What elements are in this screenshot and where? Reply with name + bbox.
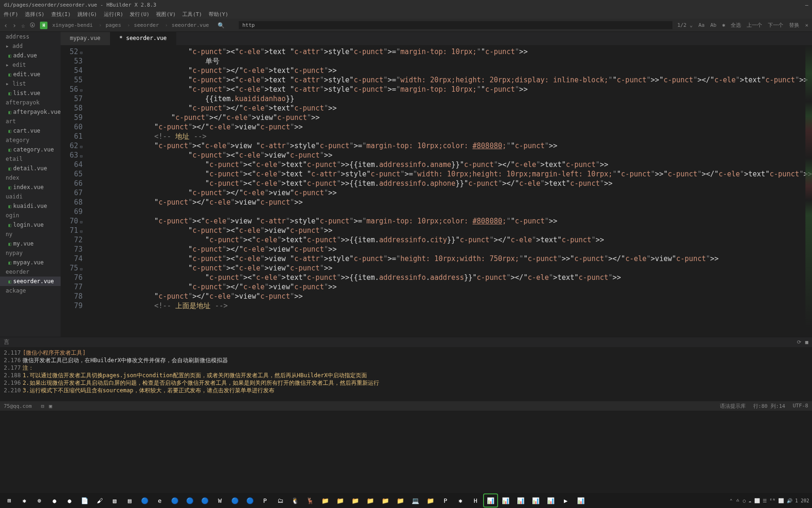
menu-file[interactable]: 件(F)	[4, 11, 18, 18]
tray-icon-9[interactable]: 1	[795, 498, 798, 503]
taskbar-app-30[interactable]: ✱	[454, 494, 467, 507]
tray-icon-7[interactable]: ⬜	[778, 498, 784, 503]
taskbar-app-31[interactable]: H	[469, 494, 482, 507]
select-all-button[interactable]: 全选	[731, 22, 741, 29]
taskbar-app-1[interactable]: ✱	[18, 494, 31, 507]
tray-icon-5[interactable]: ☰	[763, 498, 767, 503]
minimap[interactable]	[805, 45, 812, 327]
menu-run[interactable]: 运行(R)	[104, 11, 124, 18]
status-syntax[interactable]: 语法提示库	[720, 403, 746, 410]
tree-item-add-vue[interactable]: add.vue	[0, 51, 61, 60]
word-toggle[interactable]: Ab	[710, 22, 717, 28]
menu-select[interactable]: 选择(S)	[25, 11, 45, 18]
code-line[interactable]: "c-punct"></"c-ele">view"c-punct">>	[86, 292, 812, 301]
tree-item-ackage[interactable]: ackage	[0, 286, 61, 295]
tree-item-seeorder-vue[interactable]: seeorder.vue	[0, 277, 61, 286]
minimize-button[interactable]: —	[805, 2, 808, 8]
tray-icon-1[interactable]: ㅿ	[735, 497, 740, 504]
tree-item-detail-vue[interactable]: detail.vue	[0, 164, 61, 173]
code-body[interactable]: "c-punct"><"c-ele">text "c-attr">style"c…	[86, 45, 812, 337]
code-line[interactable]	[86, 207, 812, 216]
tree-item-my-vue[interactable]: my.vue	[0, 239, 61, 248]
code-line[interactable]: "c-punct"><"c-ele">text "c-attr">style"c…	[86, 169, 812, 179]
taskbar-app-34[interactable]: 📊	[514, 494, 527, 507]
taskbar-app-14[interactable]: W	[213, 494, 226, 507]
taskbar-app-26[interactable]: 📁	[394, 494, 407, 507]
tray-icon-4[interactable]: ⬜	[754, 498, 760, 503]
code-line[interactable]: "c-punct"><"c-ele">view "c-attr">style"c…	[86, 216, 812, 226]
code-line[interactable]: 单号	[86, 56, 812, 66]
taskbar-app-5[interactable]: 📄	[78, 494, 91, 507]
taskbar-app-13[interactable]: 🔵	[198, 494, 211, 507]
console-panel[interactable]: 2.117[微信小程序开发者工具]2.176微信开发者工具已启动，在HBuild…	[0, 347, 812, 401]
code-line[interactable]: "c-punct"></"c-ele">view"c-punct">>	[86, 198, 812, 207]
nav-forward-icon[interactable]: ›	[12, 22, 16, 29]
menu-view[interactable]: 视图(V)	[156, 11, 176, 18]
taskbar-app-12[interactable]: 🔵	[183, 494, 196, 507]
inter-left-icon[interactable]: 言	[4, 338, 9, 346]
tree-item-cart-vue[interactable]: cart.vue	[0, 126, 61, 135]
tray-icon-10[interactable]: 202	[801, 498, 809, 503]
taskbar-app-15[interactable]: 🔵	[228, 494, 242, 507]
page-indicator[interactable]: 1/2 ⌄	[677, 22, 693, 28]
taskbar-app-9[interactable]: 🔵	[138, 494, 151, 507]
tree-item--list[interactable]: ▸ list	[0, 79, 61, 88]
code-line[interactable]: "c-punct"><"c-ele">view "c-attr">style"c…	[86, 141, 812, 151]
tree-item--add[interactable]: ▸ add	[0, 41, 61, 51]
search-input[interactable]	[239, 21, 672, 29]
tree-item-list-vue[interactable]: list.vue	[0, 88, 61, 98]
replace-button[interactable]: 替换	[789, 22, 799, 29]
taskbar-app-27[interactable]: 💻	[409, 494, 422, 507]
tree-item-mypay-vue[interactable]: mypay.vue	[0, 258, 61, 267]
tree-item-afterpayok[interactable]: afterpayok	[0, 98, 61, 107]
taskbar-app-18[interactable]: 🗂	[273, 494, 287, 507]
crumb-folder[interactable]: seeorder	[134, 22, 168, 28]
prev-match-button[interactable]: 上一个	[747, 22, 762, 29]
tray-icon-0[interactable]: ⌃	[730, 498, 733, 503]
code-line[interactable]: {{item.kuaididanhao}}	[86, 94, 812, 103]
tree-item-eeorder[interactable]: eeorder	[0, 267, 61, 277]
taskbar-app-2[interactable]: ⊕	[33, 494, 46, 507]
menu-goto[interactable]: 跳转(G)	[78, 11, 97, 18]
taskbar-app-33[interactable]: 📊	[499, 494, 512, 507]
play-icon[interactable]: ⦿	[30, 22, 35, 29]
code-line[interactable]: "c-punct"></"c-ele">view"c-punct">>	[86, 245, 812, 254]
taskbar-app-36[interactable]: 📊	[544, 494, 557, 507]
code-line[interactable]: "c-punct"><"c-ele">text"c-punct">>{{item…	[86, 179, 812, 188]
code-line[interactable]: "c-punct"><"c-ele">text "c-attr">style"c…	[86, 75, 812, 85]
taskbar-app-20[interactable]: 🦌	[304, 494, 317, 507]
code-line[interactable]: "c-punct"></"c-ele">view"c-punct">>	[86, 122, 812, 132]
crumb-project[interactable]: xinyage-bendi	[52, 22, 102, 28]
taskbar-app-25[interactable]: 📁	[379, 494, 392, 507]
tree-item-ogin[interactable]: ogin	[0, 211, 61, 220]
taskbar-app-8[interactable]: ▤	[123, 494, 136, 507]
code-line[interactable]: "c-punct"></"c-ele">view"c-punct">>	[86, 282, 812, 292]
taskbar-app-24[interactable]: 📁	[364, 494, 377, 507]
code-line[interactable]: "c-punct"></"c-ele">view"c-punct">>	[86, 188, 812, 198]
code-line[interactable]: "c-punct"><"c-ele">text"c-punct">>{{item…	[86, 160, 812, 169]
hbuilder-icon[interactable]: H	[40, 22, 47, 29]
status-indent-icon[interactable]: ⊟	[41, 403, 45, 409]
code-line[interactable]: "c-punct"><"c-ele">view"c-punct">>	[86, 151, 812, 160]
code-line[interactable]: "c-punct"><"c-ele">text"c-punct">>{{item…	[86, 273, 812, 282]
menu-publish[interactable]: 发行(U)	[130, 11, 149, 18]
tab-mypay[interactable]: mypay.vue	[61, 32, 110, 45]
tree-item-etail[interactable]: etail	[0, 154, 61, 164]
taskbar-app-28[interactable]: 📁	[424, 494, 437, 507]
taskbar-app-3[interactable]: ●	[48, 494, 61, 507]
taskbar-app-23[interactable]: 📁	[349, 494, 362, 507]
tray-icon-2[interactable]: ◯	[743, 498, 746, 503]
next-match-button[interactable]: 下一个	[768, 22, 783, 29]
taskbar-app-37[interactable]: ▶	[559, 494, 572, 507]
tree-item-kuaidi-vue[interactable]: kuaidi.vue	[0, 201, 61, 211]
tree-item-art[interactable]: art	[0, 117, 61, 126]
close-search-button[interactable]: ✕	[805, 22, 808, 28]
menu-tools[interactable]: 工具(T)	[182, 11, 202, 18]
code-line[interactable]: "c-punct"><"c-ele">text "c-attr">style"c…	[86, 47, 812, 56]
menu-find[interactable]: 查找(I)	[51, 11, 71, 18]
taskbar-app-19[interactable]: 🐧	[289, 494, 302, 507]
taskbar-app-21[interactable]: 📁	[319, 494, 332, 507]
tab-seeorder[interactable]: * seeorder.vue	[110, 32, 176, 45]
code-line[interactable]: "c-punct"><"c-ele">text"c-punct">>{{item…	[86, 235, 812, 245]
crumb-pages[interactable]: pages	[106, 22, 130, 28]
